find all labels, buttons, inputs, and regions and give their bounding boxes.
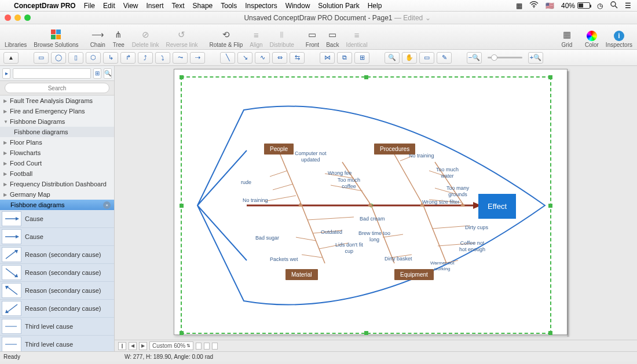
tree-item-fishbone-sub[interactable]: Fishbone diagrams [0, 127, 114, 137]
cause-packets[interactable]: Packets wet [270, 256, 298, 263]
menu-view[interactable]: View [123, 2, 138, 10]
page-pause-icon[interactable]: ‖ [118, 342, 126, 350]
page-prev-button[interactable]: ◀ [129, 342, 137, 350]
shape-reason-4[interactable]: Reason (secondary cause) [0, 300, 114, 318]
shape-third-1[interactable]: Third level cause [0, 318, 114, 336]
menu-text[interactable]: Text [172, 2, 185, 10]
browse-solutions-button[interactable]: Browse Solutions [34, 28, 78, 48]
flag-icon[interactable]: 🇺🇸 [546, 2, 554, 10]
connector-tool-3[interactable]: ⤴ [138, 52, 153, 64]
cause-dirty-cups[interactable]: Dirty cups [465, 225, 488, 231]
shape-third-2[interactable]: Third level cause [0, 336, 114, 351]
clock-icon[interactable]: ◷ [597, 2, 603, 10]
cause-no-training-2[interactable]: No training [409, 153, 434, 159]
cause-warmer[interactable]: Warmer not working [430, 260, 455, 271]
shape-cause-2[interactable]: Cause [0, 228, 114, 246]
zoom-slider[interactable] [488, 57, 522, 58]
line-tool-5[interactable]: ⇆ [290, 52, 305, 64]
hand-tool[interactable]: ✋ [402, 52, 417, 64]
active-library-header[interactable]: Fishbone diagrams × [0, 200, 114, 210]
line-tool-4[interactable]: ⇔ [272, 52, 287, 64]
menu-edit[interactable]: Edit [103, 2, 115, 10]
minimize-window-button[interactable] [14, 14, 21, 21]
library-filter-input[interactable] [13, 68, 91, 79]
connector-tool-2[interactable]: ↱ [120, 52, 136, 64]
cause-no-training-1[interactable]: No training [243, 197, 268, 204]
front-button[interactable]: ▭Front [306, 28, 319, 48]
battery-status[interactable]: 40% [561, 2, 590, 10]
tree-button[interactable]: ⋔Tree [112, 28, 125, 48]
app-name[interactable]: ConceptDraw PRO [14, 2, 76, 10]
search-input[interactable] [5, 83, 109, 93]
cause-rude[interactable]: rude [241, 179, 251, 186]
tree-item-fire[interactable]: ▶Fire and Emergency Plans [0, 106, 114, 116]
cause-too-many-grounds[interactable]: Too many grounds [446, 185, 469, 198]
connector-tool-6[interactable]: ⇢ [190, 52, 205, 64]
cause-lids[interactable]: Lids don't fit cup [335, 242, 363, 255]
preview-tool[interactable]: ▭ [419, 52, 434, 64]
cause-computer[interactable]: Computer not updated [295, 150, 327, 163]
cause-bad-sugar[interactable]: Bad sugar [255, 235, 279, 241]
rotate-flip-button[interactable]: ⟲Rotate & Flip [210, 28, 243, 48]
line-tool-3[interactable]: ∿ [255, 52, 270, 64]
cause-brew-time[interactable]: Brew time too long [358, 230, 390, 243]
cause-outdated[interactable]: Outdated [321, 229, 342, 236]
menu-file[interactable]: File [84, 2, 95, 10]
line-tool-1[interactable]: ╲ [220, 52, 235, 64]
libraries-button[interactable]: Libraries [5, 28, 27, 48]
zoom-tool[interactable]: 🔍 [385, 52, 400, 64]
tree-item-floor[interactable]: ▶Floor Plans [0, 137, 114, 148]
zoom-selector[interactable]: Custom 60%⇅ [149, 341, 193, 350]
chain-button[interactable]: ⟶Chain [90, 28, 105, 48]
zoom-window-button[interactable] [24, 14, 31, 21]
cause-wrong-fee[interactable]: Wrong fee [328, 170, 352, 177]
menu-tools[interactable]: Tools [221, 2, 237, 10]
page-next-button[interactable]: ▶ [139, 342, 147, 350]
tree-item-football[interactable]: ▶Football [0, 168, 114, 179]
fishbone-diagram[interactable]: People Procedures Material Equipment Eff… [180, 75, 551, 336]
rect-tool[interactable]: ▭ [34, 52, 49, 64]
pen-tool[interactable]: ✎ [437, 52, 452, 64]
tree-item-frequency[interactable]: ▶Frequency Distribution Dashboard [0, 179, 114, 189]
network-tool-3[interactable]: ⊞ [354, 52, 369, 64]
zoom-in-button[interactable]: +🔍 [528, 52, 543, 64]
cause-wrong-filter[interactable]: Wrong size filter [422, 199, 459, 205]
grid-button[interactable]: ▦Grid [561, 28, 573, 48]
menu-inspectors[interactable]: Inspectors [245, 2, 277, 10]
back-button[interactable]: ▭Back [326, 28, 339, 48]
shape-tool-2[interactable]: ⬡ [86, 52, 101, 64]
tree-item-flowcharts[interactable]: ▶Flowcharts [0, 148, 114, 158]
network-tool-1[interactable]: ⋈ [320, 52, 335, 64]
menu-help[interactable]: Help [368, 2, 382, 10]
cause-dirty-basket[interactable]: Dirty basket [385, 256, 412, 262]
tree-item-fault-tree[interactable]: ▶Fault Tree Analysis Diagrams [0, 95, 114, 106]
network-tool-2[interactable]: ⧉ [337, 52, 352, 64]
page[interactable]: People Procedures Material Equipment Eff… [174, 69, 568, 335]
menu-insert[interactable]: Insert [147, 2, 164, 10]
panel-toggle-icon[interactable]: ▸ [2, 68, 10, 79]
connector-tool-5[interactable]: ⤳ [173, 52, 188, 64]
zoom-out-button[interactable]: −🔍 [467, 52, 482, 64]
shape-reason-1[interactable]: Reason (secondary cause) [0, 246, 114, 264]
page-thumb[interactable] [212, 343, 218, 350]
tree-item-food[interactable]: ▶Food Court [0, 158, 114, 168]
cause-bad-cream[interactable]: Bad cream [360, 216, 385, 222]
search-icon[interactable]: 🔍 [104, 68, 112, 79]
spotlight-icon[interactable] [610, 1, 618, 10]
menu-shape[interactable]: Shape [193, 2, 213, 10]
tree-item-fishbone[interactable]: ▼Fishbone Diagrams [0, 116, 114, 127]
pointer-tool[interactable]: ▲ [3, 52, 19, 64]
cause-coffee-hot[interactable]: Coffee not hot enough [459, 240, 485, 253]
page-thumb[interactable] [204, 343, 210, 350]
tree-item-germany[interactable]: ▶Germany Map [0, 189, 114, 200]
shape-cause-1[interactable]: Cause [0, 210, 114, 228]
shape-tool-1[interactable]: ▯ [68, 52, 83, 64]
wifi-icon[interactable] [529, 1, 539, 10]
menu-icon[interactable]: ☰ [625, 2, 631, 10]
shape-reason-3[interactable]: Reason (secondary cause) [0, 282, 114, 300]
inspectors-button[interactable]: iInspectors [606, 31, 632, 48]
shape-reason-2[interactable]: Reason (secondary cause) [0, 264, 114, 282]
category-material[interactable]: Material [285, 269, 318, 280]
category-people[interactable]: People [264, 144, 294, 155]
menu-window[interactable]: Window [285, 2, 310, 10]
